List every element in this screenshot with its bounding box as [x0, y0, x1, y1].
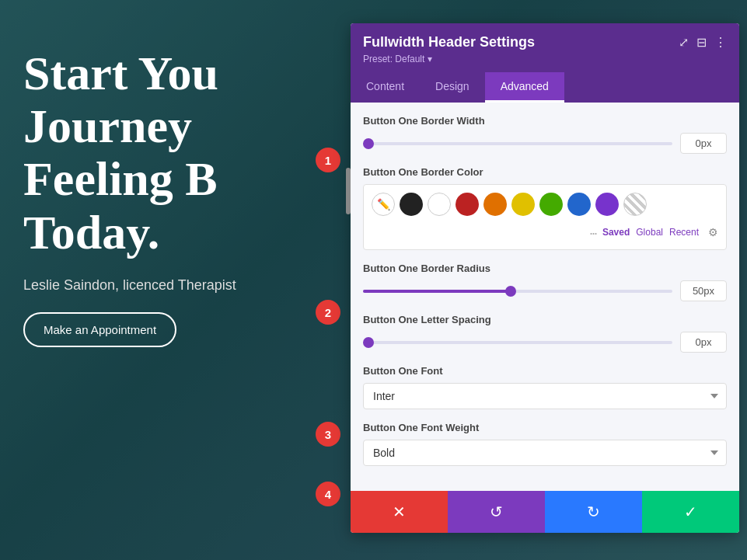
- badge-2: 2: [316, 300, 340, 325]
- redo-button[interactable]: ↻: [545, 491, 642, 533]
- color-tab-global[interactable]: Global: [636, 227, 663, 238]
- columns-icon[interactable]: ⊟: [696, 35, 707, 50]
- font-weight-section: Button One Font Weight Bold Normal Light…: [363, 422, 727, 466]
- eyedropper-swatch[interactable]: ✏️: [372, 193, 395, 216]
- scroll-indicator: [346, 168, 351, 214]
- border-width-slider-row: 0px: [363, 133, 727, 154]
- settings-panel: Fullwidth Header Settings ⤢ ⊟ ⋮ Preset: …: [351, 23, 739, 533]
- color-blue[interactable]: [567, 193, 591, 216]
- color-more-dots[interactable]: ···: [589, 225, 596, 242]
- letter-spacing-label: Button One Letter Spacing: [363, 314, 727, 325]
- panel-header-top: Fullwidth Header Settings ⤢ ⊟ ⋮: [363, 34, 727, 50]
- badge-4: 4: [316, 482, 340, 506]
- undo-button[interactable]: ↺: [448, 491, 545, 533]
- letter-spacing-section: Button One Letter Spacing 0px: [363, 314, 727, 353]
- expand-icon[interactable]: ⤢: [679, 35, 689, 50]
- font-weight-label: Button One Font Weight: [363, 422, 727, 433]
- tab-content[interactable]: Content: [351, 72, 420, 103]
- border-radius-value[interactable]: 50px: [680, 280, 727, 301]
- font-select[interactable]: Inter Arial Georgia: [363, 383, 727, 409]
- border-color-label: Button One Border Color: [363, 166, 727, 178]
- color-tabs-row: ··· Saved Global Recent ⚙: [372, 222, 718, 242]
- badge-1: 1: [316, 148, 340, 172]
- panel-header: Fullwidth Header Settings ⤢ ⊟ ⋮ Preset: …: [351, 23, 739, 72]
- color-tab-recent[interactable]: Recent: [669, 227, 699, 238]
- color-yellow[interactable]: [511, 193, 535, 216]
- border-radius-label: Button One Border Radius: [363, 263, 727, 274]
- panel-preset: Preset: Default ▾: [363, 54, 727, 64]
- color-red[interactable]: [456, 193, 479, 216]
- cancel-button[interactable]: ✕: [351, 491, 448, 533]
- hero-section: Start YouJourneyFeeling BToday. Leslie S…: [23, 47, 236, 347]
- color-settings-gear-icon[interactable]: ⚙: [708, 226, 718, 238]
- letter-spacing-value[interactable]: 0px: [680, 332, 727, 353]
- border-radius-slider-row: 50px: [363, 280, 727, 301]
- color-green[interactable]: [539, 193, 563, 216]
- panel-header-icons: ⤢ ⊟ ⋮: [679, 35, 727, 50]
- font-label: Button One Font: [363, 365, 727, 377]
- badge-3: 3: [316, 422, 340, 447]
- font-weight-select[interactable]: Bold Normal Light Thin: [363, 440, 727, 466]
- color-white[interactable]: [428, 193, 451, 216]
- color-tab-saved[interactable]: Saved: [602, 227, 630, 238]
- letter-spacing-track[interactable]: [363, 341, 672, 344]
- border-width-value[interactable]: 0px: [680, 133, 727, 154]
- color-black[interactable]: [400, 193, 423, 216]
- panel-body: Button One Border Width 0px Button One B…: [351, 103, 739, 491]
- border-radius-section: Button One Border Radius 50px: [363, 263, 727, 301]
- confirm-button[interactable]: ✓: [642, 491, 739, 533]
- border-width-section: Button One Border Width 0px: [363, 115, 727, 154]
- border-width-track[interactable]: [363, 142, 672, 145]
- hero-subtitle: Leslie Saindon, licenced Therapist: [23, 277, 236, 294]
- hero-title: Start YouJourneyFeeling BToday.: [23, 47, 236, 259]
- panel-title: Fullwidth Header Settings: [363, 34, 535, 50]
- appointment-button[interactable]: Make an Appointment: [23, 312, 176, 347]
- border-width-label: Button One Border Width: [363, 115, 727, 127]
- color-transparent[interactable]: [623, 193, 647, 216]
- tab-design[interactable]: Design: [420, 72, 485, 103]
- color-orange[interactable]: [483, 193, 507, 216]
- more-options-icon[interactable]: ⋮: [714, 35, 727, 50]
- font-section: Button One Font Inter Arial Georgia: [363, 365, 727, 409]
- border-color-section: Button One Border Color ✏️ ··· Saved: [363, 166, 727, 250]
- tab-advanced[interactable]: Advanced: [485, 72, 564, 103]
- color-picker-area: ✏️ ··· Saved Global Recent ⚙: [363, 184, 727, 250]
- panel-footer: ✕ ↺ ↻ ✓: [351, 491, 739, 533]
- panel-tabs: Content Design Advanced: [351, 72, 739, 103]
- color-purple[interactable]: [595, 193, 619, 216]
- border-radius-track[interactable]: [363, 290, 672, 293]
- letter-spacing-slider-row: 0px: [363, 332, 727, 353]
- color-swatches: ✏️: [372, 193, 718, 216]
